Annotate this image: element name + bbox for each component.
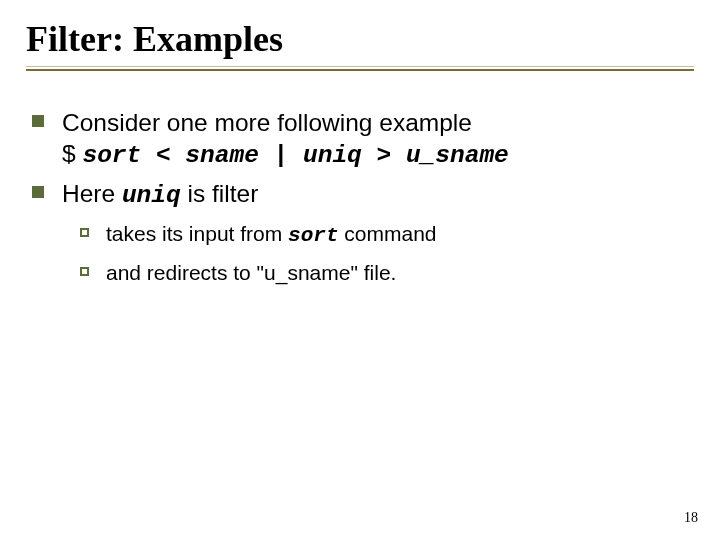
square-bullet-icon xyxy=(32,186,44,198)
title-rule-outer: Filter: Examples xyxy=(26,14,694,71)
sub-2-text: and redirects to "u_sname" file. xyxy=(106,261,396,284)
bullet-1-line-2-prefix: $ xyxy=(62,140,82,167)
bullet-1-code: sort < sname | uniq > u_sname xyxy=(82,142,508,169)
bullet-item-1: Consider one more following example $ so… xyxy=(26,107,694,172)
sub-1-code: sort xyxy=(288,224,338,247)
sub-bullet-1: takes its input from sort command xyxy=(62,221,694,250)
hollow-square-bullet-icon xyxy=(80,228,89,237)
bullet-2-post: is filter xyxy=(181,180,259,207)
bullet-2-code: uniq xyxy=(122,182,181,209)
sub-1-pre: takes its input from xyxy=(106,222,288,245)
bullet-list: Consider one more following example $ so… xyxy=(26,107,694,287)
sub-bullet-2: and redirects to "u_sname" file. xyxy=(62,260,694,287)
bullet-1-line-1: Consider one more following example xyxy=(62,109,472,136)
square-bullet-icon xyxy=(32,115,44,127)
title-rule-inner: Filter: Examples xyxy=(26,14,694,67)
hollow-square-bullet-icon xyxy=(80,267,89,276)
slide-body: Consider one more following example $ so… xyxy=(26,73,694,287)
bullet-2-pre: Here xyxy=(62,180,122,207)
sub-bullet-list: takes its input from sort command and re… xyxy=(62,221,694,287)
page-number: 18 xyxy=(684,510,698,526)
slide-title: Filter: Examples xyxy=(26,14,694,60)
sub-1-post: command xyxy=(339,222,437,245)
bullet-item-2: Here uniq is filter takes its input from… xyxy=(26,178,694,287)
slide: Filter: Examples Consider one more follo… xyxy=(0,0,720,540)
